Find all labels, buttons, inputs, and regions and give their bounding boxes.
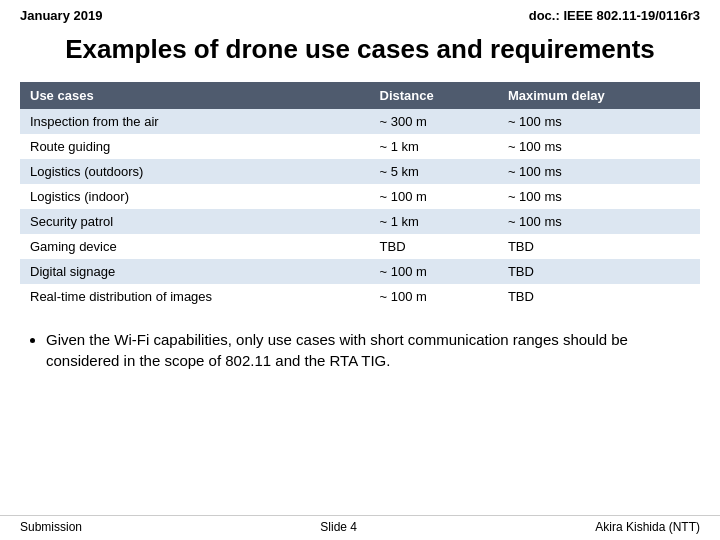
footer-right: Akira Kishida (NTT): [595, 520, 700, 534]
table-cell-7-0: Real-time distribution of images: [20, 284, 370, 309]
table-cell-5-0: Gaming device: [20, 234, 370, 259]
table-cell-3-2: ~ 100 ms: [498, 184, 700, 209]
header-date: January 2019: [20, 8, 102, 23]
bullet-section: Given the Wi-Fi capabilities, only use c…: [0, 323, 720, 379]
table-cell-4-1: ~ 1 km: [370, 209, 498, 234]
col-max-delay: Maximum delay: [498, 82, 700, 109]
table-cell-2-1: ~ 5 km: [370, 159, 498, 184]
table-cell-0-1: ~ 300 m: [370, 109, 498, 134]
footer: Submission Slide 4 Akira Kishida (NTT): [0, 515, 720, 534]
bullet-item: Given the Wi-Fi capabilities, only use c…: [46, 329, 700, 373]
table-cell-1-2: ~ 100 ms: [498, 134, 700, 159]
table-row: Real-time distribution of images~ 100 mT…: [20, 284, 700, 309]
table-cell-6-2: TBD: [498, 259, 700, 284]
table-cell-7-2: TBD: [498, 284, 700, 309]
table-cell-6-0: Digital signage: [20, 259, 370, 284]
table-cell-6-1: ~ 100 m: [370, 259, 498, 284]
table-row: Security patrol~ 1 km~ 100 ms: [20, 209, 700, 234]
table-cell-4-2: ~ 100 ms: [498, 209, 700, 234]
table-row: Digital signage~ 100 mTBD: [20, 259, 700, 284]
table-cell-5-1: TBD: [370, 234, 498, 259]
footer-left: Submission: [20, 520, 82, 534]
page: January 2019 doc.: IEEE 802.11-19/0116r3…: [0, 0, 720, 540]
table-cell-0-0: Inspection from the air: [20, 109, 370, 134]
table-cell-7-1: ~ 100 m: [370, 284, 498, 309]
table-cell-5-2: TBD: [498, 234, 700, 259]
table-cell-4-0: Security patrol: [20, 209, 370, 234]
table-cell-1-1: ~ 1 km: [370, 134, 498, 159]
header: January 2019 doc.: IEEE 802.11-19/0116r3: [0, 0, 720, 27]
table-row: Logistics (outdoors)~ 5 km~ 100 ms: [20, 159, 700, 184]
footer-center: Slide 4: [320, 520, 357, 534]
title-section: Examples of drone use cases and requirem…: [0, 27, 720, 82]
table-row: Route guiding~ 1 km~ 100 ms: [20, 134, 700, 159]
table-container: Use cases Distance Maximum delay Inspect…: [0, 82, 720, 309]
table-cell-3-0: Logistics (indoor): [20, 184, 370, 209]
use-cases-table: Use cases Distance Maximum delay Inspect…: [20, 82, 700, 309]
header-doc: doc.: IEEE 802.11-19/0116r3: [529, 8, 700, 23]
page-title: Examples of drone use cases and requirem…: [40, 33, 680, 66]
table-header-row: Use cases Distance Maximum delay: [20, 82, 700, 109]
table-cell-1-0: Route guiding: [20, 134, 370, 159]
table-row: Inspection from the air~ 300 m~ 100 ms: [20, 109, 700, 134]
table-cell-2-2: ~ 100 ms: [498, 159, 700, 184]
col-distance: Distance: [370, 82, 498, 109]
table-cell-0-2: ~ 100 ms: [498, 109, 700, 134]
table-cell-2-0: Logistics (outdoors): [20, 159, 370, 184]
table-row: Logistics (indoor)~ 100 m~ 100 ms: [20, 184, 700, 209]
table-row: Gaming deviceTBDTBD: [20, 234, 700, 259]
col-use-cases: Use cases: [20, 82, 370, 109]
table-cell-3-1: ~ 100 m: [370, 184, 498, 209]
